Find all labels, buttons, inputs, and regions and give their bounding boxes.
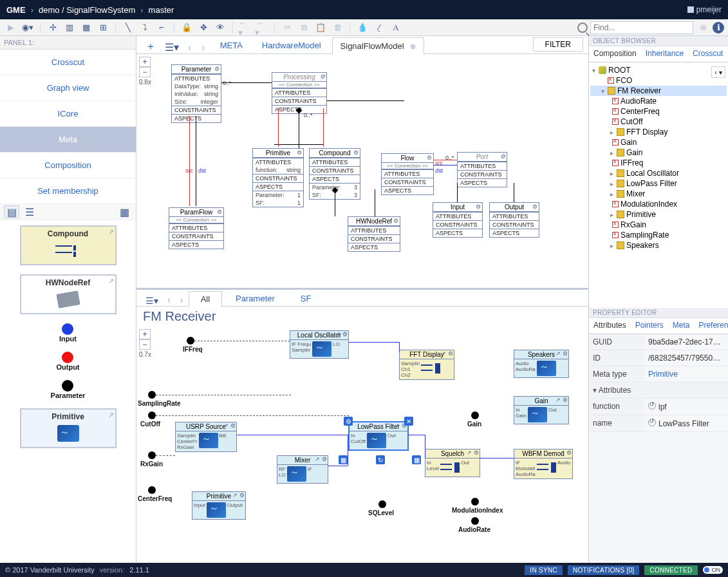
- tree-node[interactable]: LowPass Filter: [626, 179, 677, 188]
- gear-icon[interactable]: ⚙: [322, 456, 327, 462]
- block-wbfm-demod[interactable]: WBFM Demod↗⚙ IFModulatiAudioRaAudio: [514, 449, 573, 479]
- gear-icon[interactable]: ⚙: [239, 492, 245, 498]
- tree-node[interactable]: RxGain: [621, 220, 646, 229]
- link-icon[interactable]: ↗: [559, 449, 565, 456]
- meta-canvas[interactable]: + − 0.8x Parameter⚙ ATTRIBUTES DataType:…: [136, 54, 588, 288]
- link-icon[interactable]: ↗: [395, 422, 400, 429]
- split-icon[interactable]: ▥: [62, 21, 77, 34]
- tree-node[interactable]: Speakers: [626, 241, 659, 250]
- breadcrumb-branch[interactable]: master: [149, 5, 174, 15]
- left-tab-graphview[interactable]: Graph view: [0, 75, 136, 101]
- cut-icon[interactable]: ✂: [280, 21, 294, 34]
- browser-tab-inheritance[interactable]: Inheritance: [641, 46, 688, 62]
- plugin-icon[interactable]: ◉▾: [21, 21, 35, 34]
- object-tree[interactable]: ‹ ▾ ▾ROOT FCO ▾FM Receiver AudioRate Cen…: [589, 62, 728, 308]
- play-icon[interactable]: ▶: [4, 21, 18, 34]
- sync-status[interactable]: IN SYNC: [525, 565, 563, 575]
- close-tab-icon[interactable]: ⊗: [410, 43, 416, 50]
- underline-icon[interactable]: ⁄: [372, 21, 386, 34]
- tile-view-icon[interactable]: ▤: [4, 205, 19, 218]
- prop-tab-pointers[interactable]: Pointers: [631, 318, 668, 334]
- metabox-flow[interactable]: Flow⚙ << Connection >> ATTRIBUTES CONSTR…: [381, 153, 434, 195]
- gear-icon[interactable]: ⚙: [393, 218, 398, 224]
- block-gain[interactable]: Gain↗⚙ InGainOut: [514, 396, 569, 424]
- eye-icon[interactable]: 👁: [213, 21, 227, 34]
- palette-compound[interactable]: ↗ Compound: [20, 225, 117, 265]
- aspect-parameter[interactable]: Parameter: [223, 290, 287, 306]
- prop-tab-preferences[interactable]: Preferences: [694, 318, 728, 334]
- metabox-primitive[interactable]: Primitive⚙ ATTRIBUTES function:string CO…: [252, 148, 304, 207]
- tree-node[interactable]: Mixer: [626, 189, 645, 198]
- tree-node[interactable]: CenterFreq: [621, 107, 660, 116]
- gear-icon[interactable]: ⚙: [448, 350, 453, 357]
- gear-icon[interactable]: ⚙: [500, 153, 505, 160]
- param-rxgain[interactable]: [148, 451, 156, 459]
- selection-handle[interactable]: ▦: [339, 455, 348, 464]
- param-audiorate[interactable]: [471, 517, 479, 525]
- selection-handle[interactable]: ⚙: [344, 417, 353, 426]
- tree-node[interactable]: FM Receiver: [617, 86, 661, 95]
- tree-node[interactable]: ModulationIndex: [621, 200, 677, 209]
- tree-filter-icon[interactable]: ‹ ▾: [711, 66, 725, 78]
- app-name[interactable]: GME: [6, 5, 26, 15]
- link-icon[interactable]: ↗: [315, 456, 320, 462]
- param-centerfreq[interactable]: [148, 486, 156, 494]
- metabox-parameter[interactable]: Parameter⚙ ATTRIBUTES DataType:string In…: [171, 64, 221, 123]
- user-menu[interactable]: pmeijer: [687, 5, 722, 14]
- gear-icon[interactable]: ⚙: [563, 350, 568, 357]
- link-icon[interactable]: ↗: [335, 331, 341, 337]
- move-icon[interactable]: ✥: [196, 21, 210, 34]
- metabox-input[interactable]: Input⚙ ATTRIBUTES CONSTRAINTS ASPECTS: [433, 202, 483, 238]
- revert-icon[interactable]: [648, 402, 656, 410]
- parameter-icon[interactable]: [62, 380, 73, 392]
- notifications-status[interactable]: NOTIFICATIONS [0]: [568, 565, 639, 575]
- prop-value[interactable]: 9ba5dae7-2dec-1775-...: [644, 334, 728, 350]
- gear-icon[interactable]: ⚙: [217, 209, 222, 215]
- link-icon[interactable]: ↗: [555, 350, 561, 357]
- selection-handle[interactable]: ↻: [376, 455, 385, 464]
- add-tab-button[interactable]: ＋: [142, 40, 160, 53]
- gear-icon[interactable]: ⚙: [297, 149, 302, 156]
- link-icon[interactable]: ↗: [555, 397, 561, 403]
- prev-tab-icon[interactable]: ‹: [184, 42, 195, 53]
- link-icon[interactable]: ↗: [467, 449, 472, 456]
- paste-icon[interactable]: 📋: [313, 21, 328, 34]
- metabox-paramflow[interactable]: ParamFlow⚙ << Connection >> ATTRIBUTES C…: [169, 207, 224, 249]
- next-aspect-icon[interactable]: ›: [176, 294, 187, 306]
- prop-tab-attributes[interactable]: Attributes: [589, 318, 631, 334]
- connection-status[interactable]: CONNECTED: [644, 565, 697, 575]
- gear-icon[interactable]: ⚙: [353, 149, 359, 156]
- param-cutoff[interactable]: [148, 411, 156, 419]
- aspect-all[interactable]: All: [189, 291, 222, 307]
- output-icon[interactable]: [62, 352, 73, 363]
- block-local-oscillator[interactable]: Local Oscillator↗⚙ IF FrequSamplinLO: [290, 330, 349, 359]
- fill-icon[interactable]: 💧: [355, 21, 369, 34]
- left-tab-icore[interactable]: ICore: [0, 101, 136, 127]
- aspect-sf[interactable]: SF: [288, 290, 324, 306]
- gear-icon[interactable]: ⚙: [474, 449, 479, 456]
- browser-tab-composition[interactable]: Composition: [589, 46, 641, 62]
- arc-icon[interactable]: ⤵: [138, 21, 152, 34]
- tree-node[interactable]: ROOT: [608, 66, 631, 75]
- next-tab-icon[interactable]: ›: [198, 42, 209, 53]
- browser-tab-crosscut[interactable]: Crosscut: [688, 46, 727, 62]
- zoom-out-button[interactable]: −: [139, 339, 151, 350]
- prop-section[interactable]: Attributes: [589, 383, 728, 399]
- gear-icon[interactable]: ⚙: [214, 66, 219, 72]
- gear-icon[interactable]: ⚙: [230, 422, 236, 429]
- gear-icon[interactable]: ⚙: [320, 73, 325, 80]
- model-canvas[interactable]: + − 0.7x IFFreq SamplingRate CutOff RxGa…: [136, 326, 588, 563]
- crosshair-icon[interactable]: ✢: [46, 21, 60, 34]
- block-fft-display[interactable]: FFT Display↗⚙ SamplinCh1Ch2: [399, 350, 454, 380]
- input-icon[interactable]: [62, 323, 73, 335]
- zoom-in-button[interactable]: +: [139, 329, 151, 339]
- tree-node[interactable]: SamplingRate: [621, 231, 669, 240]
- grid-settings-icon[interactable]: ▦: [117, 205, 132, 218]
- delete-icon[interactable]: 🗑: [330, 21, 344, 34]
- block-squelch[interactable]: Squelch↗⚙ InLevelOut: [425, 449, 480, 477]
- prop-value[interactable]: Primitive: [644, 366, 728, 382]
- copy-icon[interactable]: ⧉: [297, 21, 311, 34]
- tree-node[interactable]: Gain: [626, 148, 642, 157]
- tree-node[interactable]: AudioRate: [621, 97, 657, 106]
- tabs-menu-icon[interactable]: ☰▾: [142, 296, 162, 306]
